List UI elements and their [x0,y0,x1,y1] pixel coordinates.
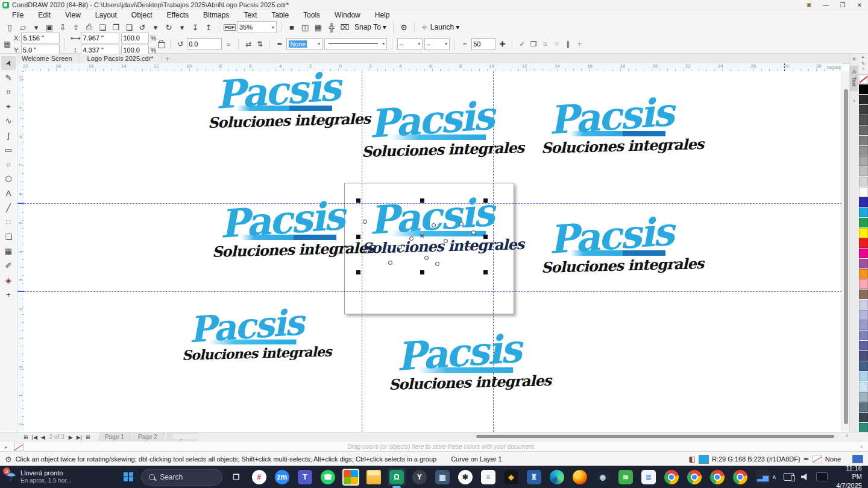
last-page-button[interactable]: ▶| [75,434,84,440]
paste-icon[interactable]: ❏ [96,21,108,33]
palette-swatch[interactable] [859,95,868,104]
pick-tool[interactable]: ➤ [1,56,16,70]
new-document-icon[interactable]: ▯ [4,21,16,33]
whatsapp[interactable]: ☎ [319,468,337,486]
rotation-angle-field[interactable] [187,38,222,50]
palette-swatch[interactable] [859,300,868,309]
horizontal-scrollbar-thumb[interactable] [476,435,834,438]
launch-button[interactable]: ⎆ Launch ▾ [419,21,462,33]
palette-swatch[interactable] [859,228,868,238]
connector-tool[interactable]: ∷ [1,215,16,229]
start-arrowhead-select[interactable]: –▾ [397,38,423,50]
tray-chevron-icon[interactable]: ∧ [772,474,776,480]
export-icon[interactable]: ↥ [203,21,215,33]
vertical-scrollbar-thumb[interactable] [844,89,848,424]
save-icon[interactable]: ▣ [43,21,55,33]
palette-swatch[interactable] [859,249,868,258]
menu-item[interactable]: Window [327,11,368,19]
horizontal-ruler[interactable]: 2018161412108642024681012141618202224262… [17,63,842,72]
status-gear-icon[interactable]: ⚙ [5,455,12,464]
document-tab[interactable]: Logo Pacsis 2025.cdr* [80,54,162,63]
fullscreen-preview-icon[interactable]: ■ [286,21,298,33]
close-button[interactable]: ✕ [851,0,868,10]
menu-item[interactable]: Text [236,11,264,19]
print-icon[interactable]: ⎙ [83,21,95,33]
ellipse-tool[interactable]: ○ [1,157,16,171]
previous-page-button[interactable]: ◀ [39,434,47,440]
palette-scroll-up-icon[interactable]: ⌃ [861,67,866,74]
blue-app[interactable]: ♜ [525,468,543,486]
add-page-before-icon[interactable]: ⊞ [22,434,30,440]
page-tab[interactable]: Page 1 [98,433,131,442]
coreldraw[interactable]: Ω [388,468,406,486]
menu-item[interactable]: Edit [31,11,58,19]
steam[interactable]: ◉ [594,468,612,486]
logo-middle-left[interactable]: Pacsis Soluciones integrales [212,203,351,259]
palette-swatch[interactable] [859,423,868,433]
x-position-field[interactable] [21,33,60,43]
redo-arrow[interactable]: ▾ [176,21,188,33]
menu-item[interactable]: Effects [160,11,196,19]
shape-tool[interactable]: ✎ [1,71,16,84]
drop-shadow-tool[interactable]: ❏ [1,230,16,244]
redo-icon[interactable]: ↻ [163,21,175,33]
calculator[interactable]: ▦ [433,468,451,486]
logo-top-left[interactable]: Pacsis Soluciones integrales [208,74,347,130]
palette-eyedropper-icon[interactable]: ✎ [861,60,866,67]
palette-swatch[interactable] [859,351,868,361]
menu-item[interactable]: File [5,11,31,19]
palette-swatch[interactable] [859,392,868,402]
start-button[interactable] [121,467,136,487]
rectangle-tool[interactable]: ▭ [1,143,16,157]
open-icon[interactable]: ▱ [17,21,29,33]
minimize-button[interactable]: — [817,0,834,10]
weather-widget[interactable]: ☂ 3 Lloverá pronto En aprox. 1.5 hor... [0,469,96,485]
more-tools[interactable]: + [1,288,16,302]
tray-none-swatch[interactable] [14,443,24,451]
palette-swatch[interactable] [859,382,868,391]
scale-width-field[interactable] [121,33,149,43]
object-properties-icon[interactable]: ∥ [563,40,573,48]
account-icon[interactable]: ▣ [800,0,817,10]
palette-swatch[interactable] [859,361,868,371]
palette-swatch[interactable] [859,125,868,135]
text-docker-tab[interactable]: A Text [850,66,858,91]
outline-width-select[interactable]: None ▾ [286,38,322,50]
customize-plus-icon[interactable]: + [574,40,584,48]
palette-swatch[interactable] [859,218,868,227]
slack[interactable]: # [250,468,268,486]
zoom-app[interactable]: zm [273,468,291,486]
end-arrowhead-select[interactable]: –▾ [424,38,450,50]
chrome-profile-3[interactable] [708,468,726,486]
palette-swatch[interactable] [859,310,868,320]
snap-to-button[interactable]: Snap To▾ [352,23,389,31]
duplicate-icon[interactable]: ❑ [123,21,135,33]
task-view[interactable]: ❐ [227,468,245,486]
logo-bottom-center[interactable]: Pacsis Soluciones integrales [389,335,527,391]
file-explorer[interactable] [365,468,383,486]
palette-swatch[interactable] [859,197,868,207]
logo-middle-right[interactable]: Pacsis Soluciones integrales [541,218,680,274]
palette-swatch[interactable] [859,238,868,248]
taskbar-clock[interactable]: 11:16 PM 4/7/2025 [835,464,862,488]
artistic-media-tool[interactable]: ʃ [1,128,16,142]
chrome-profile-1[interactable] [662,468,681,486]
palette-swatch[interactable] [859,177,868,186]
palette-swatch[interactable] [859,156,868,166]
transparency-tool[interactable]: ▦ [1,244,16,258]
zoom-level-select[interactable]: 35% ▾ [237,21,277,33]
logo-top-center[interactable]: Pacsis Soluciones integrales [362,103,500,159]
fill-tool[interactable]: ◈ [1,273,16,287]
next-page-button[interactable]: ▶ [67,434,75,440]
menu-item[interactable]: Object [124,11,160,19]
palette-swatch[interactable] [859,331,868,340]
tray-more-icon[interactable]: » [860,443,863,450]
undo-arrow[interactable]: ▾ [149,21,162,33]
snap-off-icon[interactable]: ⌧ [339,21,351,33]
menu-item[interactable]: Table [264,11,296,19]
add-page-after-icon[interactable]: ⊞ [84,434,92,440]
menu-item[interactable]: Help [368,11,397,19]
dimension-tool[interactable]: ╱ [1,201,16,215]
palette-swatch[interactable] [859,166,868,176]
palette-swatch[interactable] [859,187,868,197]
